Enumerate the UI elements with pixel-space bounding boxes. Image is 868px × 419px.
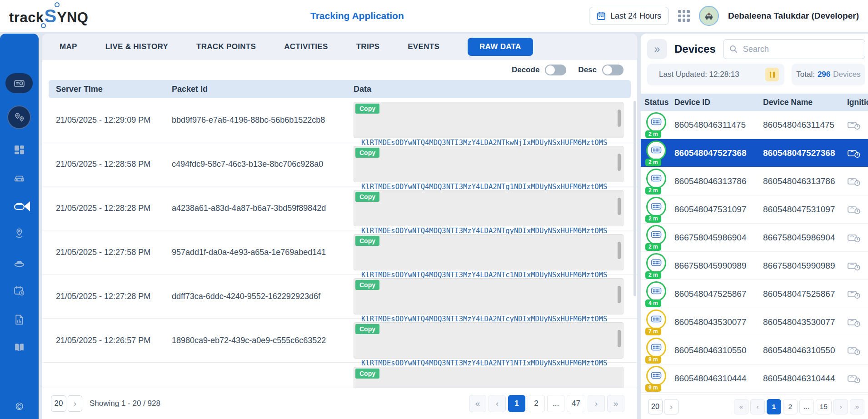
page-button[interactable]: 47 (567, 395, 585, 412)
toggle-switch[interactable] (602, 65, 624, 75)
table-footer: › Showing 1 - 20 / 928 « ‹ 1 2 ... (42, 388, 637, 419)
search-input[interactable] (742, 44, 859, 55)
tab[interactable]: ACTIVITIES (284, 42, 328, 51)
table-scrollbar[interactable] (634, 101, 636, 296)
copy-button[interactable]: Copy (355, 280, 379, 290)
time-range-button[interactable]: Last 24 Hours (589, 7, 669, 25)
book-icon (13, 341, 25, 354)
raw-data-cell[interactable]: Copy KlRTMDEsODYwNTQ4MDQ3NTI3MzY4LDA2NTg… (354, 190, 624, 226)
copy-button[interactable]: Copy (355, 148, 379, 158)
device-row[interactable]: 4 m 860548047525867 860548047525867 (641, 280, 868, 308)
raw-data-cell[interactable]: Copy KlRTMDEsODYwNTQ4MDQ3NTI3MzY4LDA2NTc… (354, 234, 624, 270)
tab[interactable]: MAP (60, 42, 77, 51)
raw-data-cell[interactable]: Copy KlRTMDEsODYwNTQ4MDQ3NTI3MzY4LDA2NTY… (354, 322, 624, 359)
packet-id-cell: 957add1f-da0a-4e93-a65a-1e769abed141 (172, 248, 354, 257)
last-updated-text: Last Updated: 12:28:13 (659, 70, 739, 79)
device-name: 860548046310550 (763, 345, 847, 355)
device-page-button[interactable]: ... (799, 399, 814, 414)
tab[interactable]: TRACK POINTS (196, 42, 256, 51)
device-row[interactable]: 2 m 860548046311475 860548046311475 (641, 111, 868, 139)
collapse-panel-button[interactable]: » (647, 39, 667, 59)
raw-data-cell[interactable]: Copy (354, 367, 624, 388)
obd-status-icon (646, 140, 666, 160)
raw-data-cell[interactable]: Copy KlRTMDEsODYwNTQ4MDQ3NTI3MzY4LDA2NTc… (354, 278, 624, 314)
device-row[interactable]: 2 m 866758045986904 866758045986904 (641, 224, 868, 252)
device-row[interactable]: 8 m 860548046310550 860548046310550 (641, 336, 868, 364)
page-body: © MAP LIVE & HISTORY TRACK POINTS ACTIVI… (0, 34, 868, 419)
sidebar-item-devices[interactable] (8, 195, 30, 217)
calendar-icon (597, 11, 606, 20)
page-size-apply-button[interactable]: › (68, 395, 82, 412)
device-page-button[interactable]: « (734, 399, 748, 414)
copy-button[interactable]: Copy (355, 104, 379, 114)
obd-status-icon (646, 169, 666, 189)
copy-button[interactable]: Copy (355, 236, 379, 246)
app-logo: trackSYNQ (9, 6, 88, 26)
toggle-switch[interactable] (545, 65, 566, 75)
page-button[interactable]: » (607, 395, 624, 412)
table-row: 21/05/2025 - 12:28:58 PM c494fdc9-58c7-4… (42, 142, 637, 186)
device-row[interactable]: 9 m 860548046310444 860548046310444 (641, 364, 868, 393)
car-status-icon (13, 257, 25, 269)
page-button[interactable]: 2 (528, 395, 545, 412)
apps-grid-icon[interactable] (678, 10, 690, 22)
device-row[interactable]: 2 m 860548046313786 860548046313786 (641, 167, 868, 195)
sidebar-item-device-monitor[interactable] (5, 73, 33, 93)
device-page-button[interactable]: » (850, 399, 864, 414)
sidebar-item-dashboard[interactable] (8, 139, 30, 160)
sidebar-item-guide-book[interactable] (8, 336, 30, 358)
page-button[interactable]: ‹ (489, 395, 506, 412)
user-name[interactable]: Debaleena Talukdar (Developer) (728, 11, 859, 21)
device-row[interactable]: 2 m 860548047527368 860548047527368 (641, 139, 868, 167)
device-name: 866758045986904 (763, 233, 847, 243)
device-page-button[interactable]: ‹ (750, 399, 765, 414)
pause-refresh-button[interactable] (765, 68, 779, 81)
tab[interactable]: LIVE & HISTORY (105, 42, 168, 51)
total-count: 296 (818, 70, 830, 79)
device-page-button[interactable]: › (833, 399, 848, 414)
device-page-button[interactable]: 2 (783, 399, 798, 414)
cell-scrollbar[interactable] (618, 110, 621, 127)
page-button[interactable]: ... (547, 395, 564, 412)
device-row[interactable]: 2 m 860548047531097 860548047531097 (641, 195, 868, 224)
cell-scrollbar[interactable] (618, 330, 621, 347)
cell-scrollbar[interactable] (618, 286, 621, 303)
device-status: 2 m (644, 253, 669, 279)
avatar[interactable] (699, 6, 719, 26)
cell-scrollbar[interactable] (618, 198, 621, 215)
cell-scrollbar[interactable] (618, 242, 621, 259)
ignition-icon (847, 232, 861, 243)
device-row[interactable]: 2 m 866758045990989 866758045990989 (641, 252, 868, 280)
raw-data-cell[interactable]: Copy KlRTMDEsODYwNTQ4MDQ3NTI3MzY4LDA2NTg… (354, 146, 624, 182)
device-page-button[interactable]: 15 (816, 399, 832, 414)
device-page-size-apply-button[interactable]: › (664, 399, 678, 414)
sidebar-item-reports[interactable] (8, 309, 30, 330)
tab[interactable]: RAW DATA (468, 38, 533, 56)
table-row: 21/05/2025 - 12:28:28 PM a4238a61-a83d-4… (42, 186, 637, 230)
page-button[interactable]: « (469, 395, 486, 412)
sidebar-item-trips-schedule[interactable] (8, 280, 30, 302)
raw-data-cell[interactable]: Copy KlRTMDEsODYwNTQ4MDQ3NTI3MzY4LDA2NTk… (354, 102, 624, 138)
device-page-size-input[interactable] (648, 399, 663, 414)
sidebar-item-route-pins[interactable] (7, 105, 31, 129)
device-name: 860548046310444 (763, 374, 847, 384)
toggle-knob (546, 65, 555, 75)
device-row[interactable]: 7 m 860548043530077 860548043530077 (641, 308, 868, 336)
copy-button[interactable]: Copy (355, 192, 379, 202)
tab[interactable]: TRIPS (356, 42, 380, 51)
page-size-input[interactable] (51, 395, 66, 412)
device-page-button[interactable]: 1 (767, 399, 781, 414)
sidebar-item-vehicles[interactable] (8, 167, 30, 189)
copy-button[interactable]: Copy (355, 369, 379, 379)
sidebar-item-locations[interactable] (8, 222, 30, 244)
page-button[interactable]: 1 (508, 395, 525, 412)
page-button[interactable]: › (588, 395, 605, 412)
status-age-badge: 2 m (645, 130, 661, 138)
cell-scrollbar[interactable] (618, 154, 621, 171)
copy-button[interactable]: Copy (355, 324, 379, 334)
top-header: trackSYNQ Tracking Application Last 24 H… (0, 0, 868, 32)
tab[interactable]: EVENTS (408, 42, 439, 51)
sidebar-item-vehicle-status[interactable] (8, 252, 30, 274)
device-id: 860548046313786 (674, 176, 763, 186)
packet-id-cell: ddff73ca-6ddc-4240-9552-162292923d6f (172, 292, 354, 301)
